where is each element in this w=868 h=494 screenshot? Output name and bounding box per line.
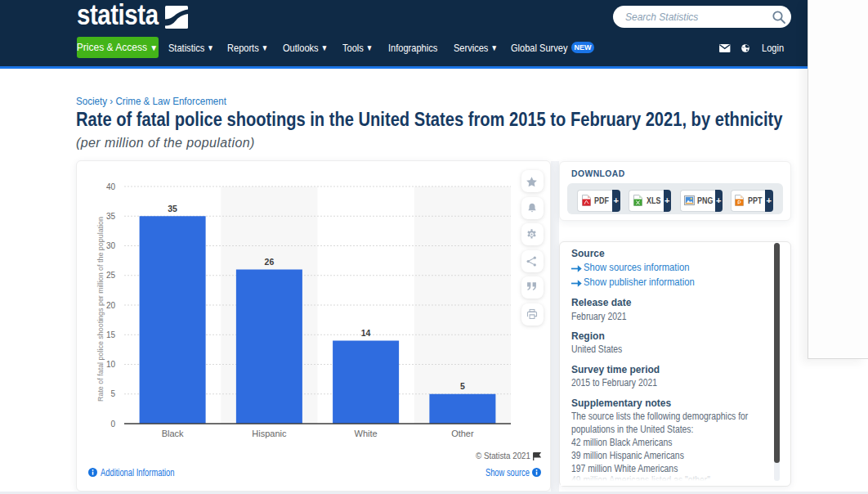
svg-text:26: 26 (265, 257, 275, 267)
svg-text:0: 0 (110, 420, 115, 429)
svg-text:14: 14 (361, 328, 371, 338)
svg-text:15: 15 (106, 330, 116, 339)
svg-text:Rate of fatal police shootings: Rate of fatal police shootings per milli… (96, 217, 105, 402)
svg-text:Hispanic: Hispanic (252, 429, 287, 438)
svg-text:White: White (355, 429, 378, 438)
svg-text:10: 10 (106, 360, 116, 369)
svg-text:25: 25 (106, 271, 116, 280)
svg-text:Other: Other (451, 429, 474, 438)
svg-text:5: 5 (110, 389, 115, 398)
svg-text:30: 30 (106, 241, 116, 250)
svg-text:Black: Black (162, 429, 184, 438)
svg-text:40: 40 (106, 182, 116, 191)
svg-text:35: 35 (168, 204, 177, 213)
svg-text:35: 35 (106, 212, 116, 221)
svg-text:20: 20 (106, 301, 116, 310)
svg-text:5: 5 (460, 381, 465, 391)
